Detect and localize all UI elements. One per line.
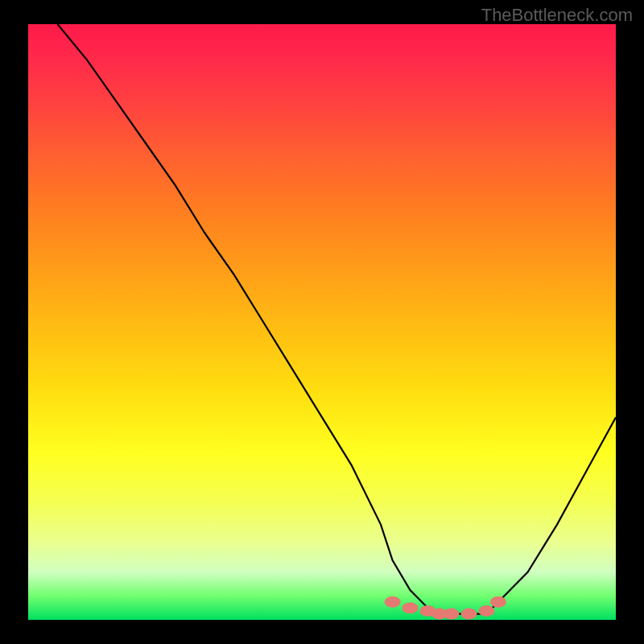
marker-dot <box>461 609 477 620</box>
marker-dot <box>385 597 401 608</box>
watermark-text: TheBottleneck.com <box>481 5 633 26</box>
marker-dot <box>478 605 494 617</box>
marker-dot <box>402 602 419 613</box>
chart-svg <box>28 24 616 620</box>
bottleneck-curve <box>58 24 617 614</box>
optimal-range-markers <box>385 597 506 620</box>
marker-dot <box>444 609 460 620</box>
marker-dot <box>490 597 506 608</box>
plot-area <box>28 24 616 620</box>
